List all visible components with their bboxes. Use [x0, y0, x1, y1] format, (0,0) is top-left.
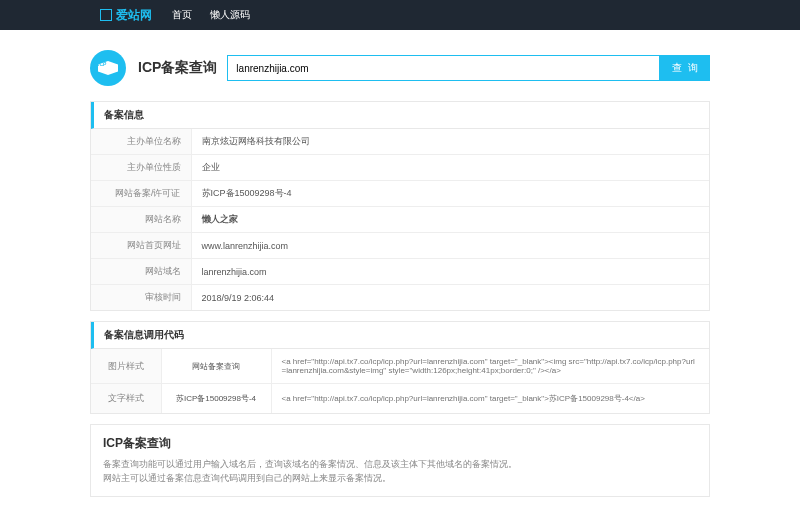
icp-desc-1: 备案查询功能可以通过用户输入域名后，查询该域名的备案情况、信息及该主体下其他域名…	[103, 457, 697, 471]
header: 爱站网 首页 懒人源码	[0, 0, 800, 30]
code-label: 图片样式	[91, 349, 161, 384]
row-label: 网站备案/许可证	[91, 181, 191, 207]
logo[interactable]: 爱站网	[100, 7, 152, 24]
icp-desc-2: 网站主可以通过备案信息查询代码调用到自己的网站上来显示备案情况。	[103, 471, 697, 485]
logo-text: 爱站网	[116, 7, 152, 24]
table-row: 文字样式苏ICP备15009298号-4<a href="http://api.…	[91, 384, 709, 414]
nav-home[interactable]: 首页	[172, 8, 192, 22]
row-label: 网站首页网址	[91, 233, 191, 259]
code-code: <a href="http://api.tx7.co/icp/icp.php?u…	[271, 384, 709, 414]
row-value: 南京炫迈网络科技有限公司	[191, 129, 709, 155]
table-row: 网站域名lanrenzhijia.com	[91, 259, 709, 285]
table-row: 图片样式网站备案查询<a href="http://api.tx7.co/icp…	[91, 349, 709, 384]
logo-icon	[100, 9, 112, 21]
code-label: 文字样式	[91, 384, 161, 414]
row-label: 主办单位名称	[91, 129, 191, 155]
code-code: <a href="http://api.tx7.co/icp/icp.php?u…	[271, 349, 709, 384]
domain-search-input[interactable]	[227, 55, 660, 81]
nav-source[interactable]: 懒人源码	[210, 8, 250, 22]
row-value: 2018/9/19 2:06:44	[191, 285, 709, 311]
table-row: 网站首页网址www.lanrenzhijia.com	[91, 233, 709, 259]
record-info-table: 主办单位名称南京炫迈网络科技有限公司主办单位性质企业网站备案/许可证苏ICP备1…	[91, 129, 709, 310]
row-value: www.lanrenzhijia.com	[191, 233, 709, 259]
panel-header: 备案信息	[91, 102, 709, 129]
code-preview: 网站备案查询	[161, 349, 271, 384]
icp-title: ICP备案查询	[103, 435, 697, 452]
search-section: ICP ICP备案查询 查询	[90, 50, 710, 86]
row-value: 苏ICP备15009298号-4	[191, 181, 709, 207]
table-row: 网站备案/许可证苏ICP备15009298号-4	[91, 181, 709, 207]
record-info-panel: 备案信息 主办单位名称南京炫迈网络科技有限公司主办单位性质企业网站备案/许可证苏…	[90, 101, 710, 311]
search-title: ICP备案查询	[138, 59, 217, 77]
code-preview: 苏ICP备15009298号-4	[161, 384, 271, 414]
table-row: 审核时间2018/9/19 2:06:44	[91, 285, 709, 311]
icp-description-box: ICP备案查询 备案查询功能可以通过用户输入域名后，查询该域名的备案情况、信息及…	[90, 424, 710, 497]
row-label: 网站名称	[91, 207, 191, 233]
code-table: 图片样式网站备案查询<a href="http://api.tx7.co/icp…	[91, 349, 709, 413]
row-label: 网站域名	[91, 259, 191, 285]
row-label: 主办单位性质	[91, 155, 191, 181]
icp-badge-icon: ICP	[90, 50, 126, 86]
row-value: 企业	[191, 155, 709, 181]
table-row: 主办单位性质企业	[91, 155, 709, 181]
row-value: 懒人之家	[191, 207, 709, 233]
nav: 首页 懒人源码	[172, 8, 268, 22]
table-row: 网站名称懒人之家	[91, 207, 709, 233]
row-value: lanrenzhijia.com	[191, 259, 709, 285]
code-panel: 备案信息调用代码 图片样式网站备案查询<a href="http://api.t…	[90, 321, 710, 414]
panel-header: 备案信息调用代码	[91, 322, 709, 349]
table-row: 主办单位名称南京炫迈网络科技有限公司	[91, 129, 709, 155]
row-label: 审核时间	[91, 285, 191, 311]
search-button[interactable]: 查询	[660, 55, 710, 81]
